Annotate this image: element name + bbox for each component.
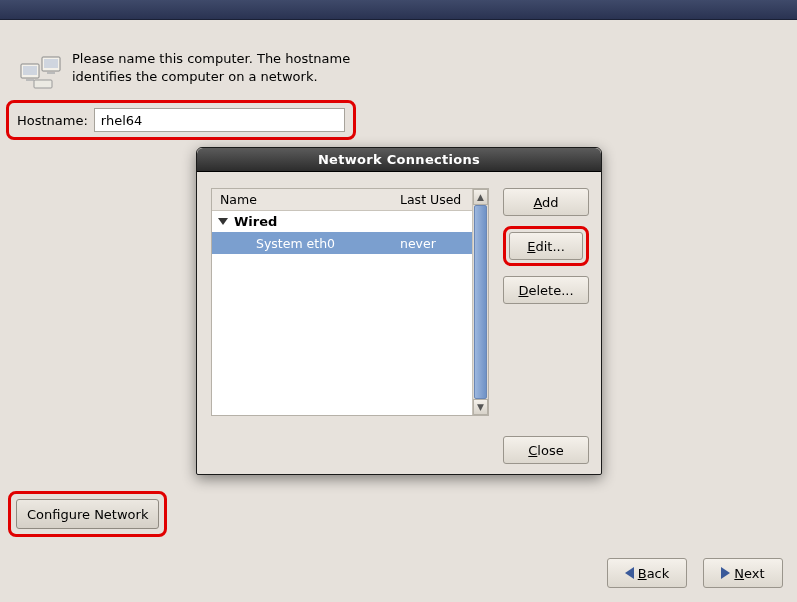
- next-button[interactable]: Next: [703, 558, 783, 588]
- scroll-up-icon[interactable]: ▲: [473, 189, 488, 205]
- scroll-thumb[interactable]: [474, 205, 487, 399]
- connections-list[interactable]: Name Last Used Wired System eth0 never ▲…: [211, 188, 489, 416]
- scroll-down-icon[interactable]: ▼: [473, 399, 488, 415]
- wizard-nav: Back Next: [607, 558, 783, 588]
- svg-rect-6: [34, 80, 52, 88]
- list-header: Name Last Used: [212, 189, 472, 211]
- window-titlebar: [0, 0, 797, 20]
- close-label-rest: lose: [537, 443, 563, 458]
- column-last-used[interactable]: Last Used: [400, 192, 472, 207]
- connection-last-used: never: [400, 236, 472, 251]
- delete-label-rest: elete...: [528, 283, 573, 298]
- arrow-left-icon: [625, 567, 634, 579]
- add-button[interactable]: Add: [503, 188, 589, 216]
- configure-network-button[interactable]: Configure Network: [16, 499, 159, 529]
- connection-row[interactable]: System eth0 never: [212, 232, 472, 254]
- close-label-mnemonic: C: [528, 443, 537, 458]
- computers-icon: [20, 50, 62, 90]
- scroll-track[interactable]: [473, 205, 488, 399]
- add-label-rest: dd: [542, 195, 559, 210]
- back-label: Back: [638, 566, 670, 581]
- network-connections-dialog: Network Connections Name Last Used Wired…: [196, 147, 602, 475]
- hostname-label: Hostname:: [17, 113, 88, 128]
- edit-label-rest: dit...: [535, 239, 564, 254]
- back-button[interactable]: Back: [607, 558, 687, 588]
- list-scrollbar[interactable]: ▲ ▼: [472, 189, 488, 415]
- dialog-side-buttons: Add Edit... Delete...: [503, 188, 589, 304]
- dialog-body: Name Last Used Wired System eth0 never ▲…: [197, 172, 601, 474]
- hostname-row: Hostname:: [6, 100, 356, 140]
- svg-rect-1: [23, 66, 37, 75]
- delete-button[interactable]: Delete...: [503, 276, 589, 304]
- add-label-mnemonic: A: [533, 195, 542, 210]
- hostname-input[interactable]: [94, 108, 345, 132]
- connection-name: System eth0: [212, 236, 400, 251]
- edit-button[interactable]: Edit...: [509, 232, 583, 260]
- arrow-right-icon: [721, 567, 730, 579]
- close-wrap: Close: [503, 436, 589, 464]
- list-content: Name Last Used Wired System eth0 never: [212, 189, 472, 415]
- close-button[interactable]: Close: [503, 436, 589, 464]
- delete-label-mnemonic: D: [518, 283, 528, 298]
- column-name[interactable]: Name: [212, 192, 400, 207]
- chevron-down-icon: [218, 218, 228, 225]
- configure-network-highlight: Configure Network: [8, 491, 167, 537]
- dialog-title: Network Connections: [197, 148, 601, 172]
- group-wired[interactable]: Wired: [212, 211, 472, 232]
- intro-section: Please name this computer. The hostname …: [20, 50, 360, 90]
- next-label: Next: [734, 566, 764, 581]
- svg-rect-5: [47, 72, 55, 74]
- intro-text: Please name this computer. The hostname …: [72, 50, 360, 85]
- svg-rect-4: [44, 59, 58, 68]
- svg-rect-2: [26, 79, 34, 81]
- group-label: Wired: [234, 214, 277, 229]
- edit-highlight: Edit...: [503, 226, 589, 266]
